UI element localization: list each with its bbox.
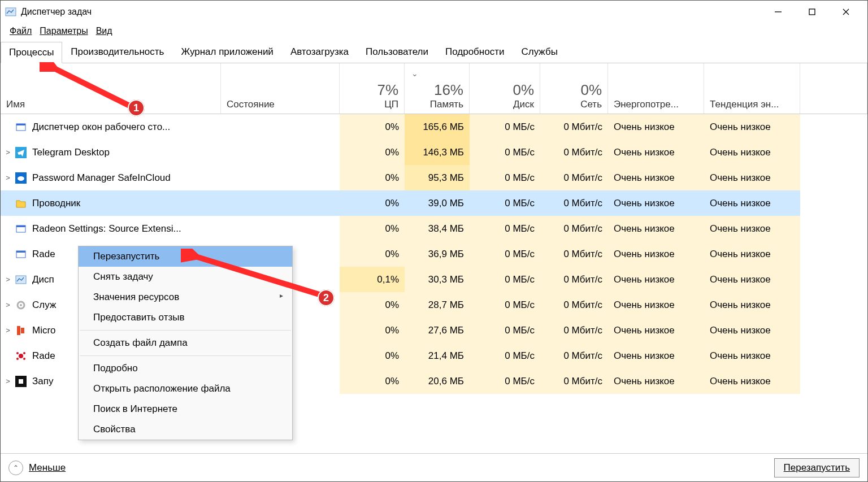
cell-power: Очень низкое bbox=[608, 140, 704, 165]
cell-trend: Очень низкое bbox=[704, 267, 800, 292]
tab-4[interactable]: Пользователи bbox=[357, 41, 437, 63]
app-icon bbox=[5, 6, 16, 18]
svg-point-23 bbox=[23, 358, 25, 360]
expand-toggle[interactable]: > bbox=[3, 301, 13, 309]
svg-point-22 bbox=[16, 358, 19, 360]
sort-indicator-icon: ⌄ bbox=[411, 69, 418, 78]
tab-6[interactable]: Службы bbox=[513, 41, 566, 63]
cell-trend: Очень низкое bbox=[704, 190, 800, 216]
cell-disk: 0 МБ/с bbox=[470, 216, 540, 241]
col-mem[interactable]: ⌄16%Память bbox=[405, 63, 470, 114]
cell-trend: Очень низкое bbox=[704, 165, 800, 190]
process-name: Rade bbox=[32, 249, 55, 260]
expand-toggle[interactable]: > bbox=[3, 275, 13, 284]
restart-button[interactable]: Перезапустить bbox=[774, 458, 860, 477]
explorer-icon bbox=[15, 198, 27, 209]
cell-mem: 20,6 МБ bbox=[405, 368, 470, 394]
cell-disk: 0 МБ/с bbox=[470, 190, 540, 216]
process-name: Micro bbox=[32, 325, 56, 336]
col-net[interactable]: 0%Сеть bbox=[540, 63, 608, 114]
expand-toggle[interactable]: > bbox=[3, 377, 13, 385]
cell-power: Очень низкое bbox=[608, 368, 704, 394]
cell-disk: 0 МБ/с bbox=[470, 165, 540, 190]
context-menu-item[interactable]: Создать файл дампа bbox=[79, 333, 292, 353]
cell-power: Очень низкое bbox=[608, 267, 704, 292]
cell-net: 0 Мбит/с bbox=[540, 267, 608, 292]
menu-options[interactable]: Параметры bbox=[36, 25, 91, 37]
cell-cpu: 0% bbox=[340, 140, 405, 165]
close-button[interactable] bbox=[829, 1, 863, 23]
cell-cpu: 0% bbox=[340, 318, 405, 343]
cell-mem: 146,3 МБ bbox=[405, 140, 470, 165]
cell-disk: 0 МБ/с bbox=[470, 368, 540, 394]
expand-toggle[interactable]: > bbox=[3, 326, 13, 335]
cell-disk: 0 МБ/с bbox=[470, 318, 540, 343]
menubar: Файл Параметры Вид bbox=[1, 23, 867, 39]
tab-0[interactable]: Процессы bbox=[1, 42, 62, 63]
process-name: Radeon Settings: Source Extensi... bbox=[32, 223, 181, 235]
annotation-arrow-2 bbox=[181, 249, 328, 299]
maximize-button[interactable] bbox=[795, 1, 829, 23]
statusbar: ⌃ Меньше Перезапустить bbox=[1, 453, 867, 481]
window-icon bbox=[15, 223, 27, 235]
process-name: Диспетчер окон рабочего сто... bbox=[32, 121, 170, 133]
table-row[interactable]: Radeon Settings: Source Extensi... 0% 38… bbox=[1, 216, 867, 241]
cell-cpu: 0% bbox=[340, 241, 405, 267]
cell-mem: 21,4 МБ bbox=[405, 343, 470, 368]
cell-mem: 95,3 МБ bbox=[405, 165, 470, 190]
tab-3[interactable]: Автозагрузка bbox=[282, 41, 357, 63]
cell-net: 0 Мбит/с bbox=[540, 368, 608, 394]
table-row[interactable]: Диспетчер окон рабочего сто... 0% 165,6 … bbox=[1, 114, 867, 140]
expand-toggle[interactable]: > bbox=[3, 148, 13, 157]
tab-5[interactable]: Подробности bbox=[437, 41, 513, 63]
col-status[interactable]: Состояние bbox=[221, 63, 340, 114]
col-cpu[interactable]: 7%ЦП bbox=[340, 63, 405, 114]
annotation-badge-1: 1 bbox=[128, 99, 145, 116]
process-name: Служ bbox=[32, 299, 56, 311]
table-row[interactable]: > Telegram Desktop 0% 146,3 МБ 0 МБ/с 0 … bbox=[1, 140, 867, 165]
cell-mem: 27,6 МБ bbox=[405, 318, 470, 343]
cell-power: Очень низкое bbox=[608, 292, 704, 318]
menu-view[interactable]: Вид bbox=[93, 25, 116, 37]
tab-2[interactable]: Журнал приложений bbox=[172, 41, 282, 63]
telegram-icon bbox=[15, 147, 27, 158]
window-icon bbox=[15, 121, 27, 133]
col-power[interactable]: Энергопотре... bbox=[608, 63, 704, 114]
cell-trend: Очень низкое bbox=[704, 343, 800, 368]
table-row[interactable]: > Password Manager SafeInCloud 0% 95,3 М… bbox=[1, 165, 867, 190]
cell-disk: 0 МБ/с bbox=[470, 140, 540, 165]
minimize-button[interactable] bbox=[761, 1, 795, 23]
svg-rect-13 bbox=[16, 251, 25, 253]
svg-point-16 bbox=[20, 304, 22, 306]
menu-file[interactable]: Файл bbox=[6, 25, 35, 37]
cell-disk: 0 МБ/с bbox=[470, 114, 540, 140]
context-menu-item[interactable]: Открыть расположение файла bbox=[79, 379, 292, 399]
office-icon bbox=[15, 325, 27, 336]
table-row[interactable]: Проводник 0% 39,0 МБ 0 МБ/с 0 Мбит/с Оче… bbox=[1, 190, 867, 216]
context-menu-item[interactable]: Предоставить отзыв bbox=[79, 307, 292, 328]
cell-trend: Очень низкое bbox=[704, 318, 800, 343]
cell-disk: 0 МБ/с bbox=[470, 343, 540, 368]
titlebar: Диспетчер задач bbox=[1, 1, 867, 23]
cell-mem: 36,9 МБ bbox=[405, 241, 470, 267]
cell-disk: 0 МБ/с bbox=[470, 292, 540, 318]
cell-net: 0 Мбит/с bbox=[540, 343, 608, 368]
fewer-details-button[interactable]: ⌃ Меньше bbox=[8, 461, 66, 475]
svg-point-20 bbox=[16, 352, 19, 354]
cell-power: Очень низкое bbox=[608, 343, 704, 368]
context-menu-item[interactable]: Поиск в Интернете bbox=[79, 399, 292, 419]
cell-cpu: 0% bbox=[340, 190, 405, 216]
svg-point-19 bbox=[19, 354, 23, 358]
cell-trend: Очень низкое bbox=[704, 241, 800, 267]
taskmgr-icon bbox=[15, 274, 27, 285]
context-menu-item[interactable]: Подробно bbox=[79, 358, 292, 379]
expand-toggle[interactable]: > bbox=[3, 173, 13, 182]
svg-rect-25 bbox=[19, 379, 23, 384]
cell-mem: 38,4 МБ bbox=[405, 216, 470, 241]
col-trend[interactable]: Тенденция эн... bbox=[704, 63, 800, 114]
cell-mem: 39,0 МБ bbox=[405, 190, 470, 216]
context-menu-item[interactable]: Свойства bbox=[79, 419, 292, 440]
col-disk[interactable]: 0%Диск bbox=[470, 63, 540, 114]
tab-1[interactable]: Производительность bbox=[62, 41, 172, 63]
svg-rect-6 bbox=[16, 124, 25, 125]
